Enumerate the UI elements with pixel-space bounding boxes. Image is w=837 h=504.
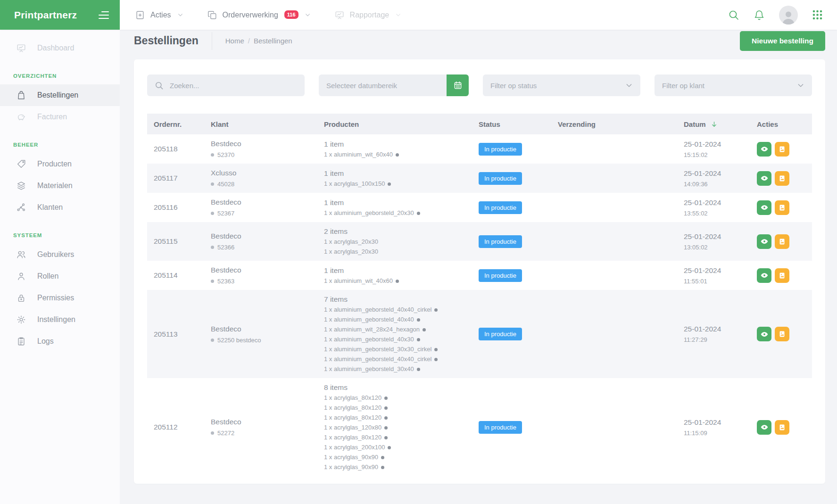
sidebar-item-label: Instellingen	[37, 315, 75, 324]
header-acties: Acties	[757, 120, 812, 128]
klant-name: Bestdeco	[211, 232, 324, 240]
nav-item-label: Rapportage	[350, 11, 389, 19]
download-pdf-button[interactable]	[775, 420, 789, 435]
product-line: 1 x acrylglas_90x90	[324, 454, 479, 461]
apps-grid-icon[interactable]	[812, 9, 823, 20]
header-producten: Producten	[324, 120, 479, 128]
producten-cell: 1 item1 x acrylglas_100x150	[324, 169, 479, 188]
sidebar-toggle-icon[interactable]	[98, 10, 109, 20]
klant-name: Xclusso	[211, 169, 324, 177]
product-line: 1 x aluminium_geborsteld_40x30	[324, 336, 479, 343]
product-line: 1 x acrylglas_120x80	[324, 424, 479, 431]
view-order-button[interactable]	[757, 200, 771, 215]
search-icon[interactable]	[728, 9, 739, 21]
klant-cell: Bestdeco52366	[211, 232, 324, 251]
sidebar-item-dashboard[interactable]: Dashboard	[0, 37, 120, 59]
order-time: 11:55:01	[684, 278, 757, 285]
product-line: 1 x aluminium_geborsteld_20x30	[324, 209, 479, 217]
view-order-button[interactable]	[757, 142, 771, 157]
product-line: 1 x aluminium_geborsteld_40x40	[324, 316, 479, 323]
status-filter-placeholder: Filter op status	[490, 82, 537, 90]
shopping-bag-icon	[16, 90, 27, 100]
search-input[interactable]: Zoeken...	[147, 74, 305, 96]
producten-cell: 7 items1 x aluminium_geborsteld_40x40_ci…	[324, 295, 479, 373]
sidebar-item-materialen[interactable]: Materialen	[0, 175, 120, 197]
klant-filter-select[interactable]: Filter op klant	[655, 74, 812, 96]
sidebar-item-permissies[interactable]: Permissies	[0, 287, 120, 309]
view-order-button[interactable]	[757, 171, 771, 186]
view-order-button[interactable]	[757, 234, 771, 249]
nav-item-label: Orderverwerking	[223, 11, 278, 19]
sidebar-item-klanten[interactable]: Klanten	[0, 197, 120, 218]
brand-logo[interactable]: Printpartnerz	[0, 0, 120, 30]
sidebar-item-rollen[interactable]: Rollen	[0, 265, 120, 287]
eye-icon	[760, 330, 769, 339]
product-status-dot	[434, 308, 438, 312]
breadcrumb-home[interactable]: Home	[225, 37, 244, 45]
sidebar-item-facturen[interactable]: Facturen	[0, 106, 120, 128]
order-date: 25-01-2024	[684, 198, 757, 207]
calendar-button[interactable]	[447, 74, 469, 96]
orders-card: Zoeken... Selecteer datumbereik Filter o…	[134, 59, 825, 484]
order-number: 205117	[147, 174, 211, 182]
sidebar-item-instellingen[interactable]: Instellingen	[0, 309, 120, 330]
download-pdf-button[interactable]	[775, 234, 789, 249]
sort-descending-icon[interactable]	[711, 121, 718, 128]
file-pdf-icon	[778, 145, 786, 153]
klant-cell: Bestdeco52250 bestdeco	[211, 325, 324, 344]
header-status: Status	[479, 120, 558, 128]
product-line: 1 x acrylglas_90x90	[324, 463, 479, 471]
download-pdf-button[interactable]	[775, 200, 789, 215]
items-count: 8 items	[324, 383, 479, 392]
download-pdf-button[interactable]	[775, 327, 789, 341]
download-pdf-button[interactable]	[775, 171, 789, 186]
sidebar-item-gebruikers[interactable]: Gebruikers	[0, 244, 120, 265]
sidebar-item-logs[interactable]: Logs	[0, 330, 120, 352]
main-content: Bestellingen Home / Bestellingen Nieuwe …	[134, 30, 825, 484]
brand-name: Printpartnerz	[14, 9, 77, 21]
nav-item-rapportage[interactable]: Rapportage	[334, 10, 402, 20]
sidebar-item-label: Producten	[37, 160, 72, 168]
nav-item-orderverwerking[interactable]: Orderverwerking116	[207, 10, 311, 20]
product-status-dot	[381, 466, 384, 469]
notifications-bell-icon[interactable]	[754, 9, 765, 21]
klant-cell: Bestdeco52363	[211, 266, 324, 285]
calendar-icon	[453, 81, 463, 90]
product-line: 1 x aluminium_geborsteld_30x30_cirkel	[324, 346, 479, 353]
view-order-button[interactable]	[757, 420, 771, 435]
download-pdf-button[interactable]	[775, 142, 789, 157]
header-datum[interactable]: Datum	[684, 120, 757, 128]
user-icon	[16, 271, 27, 281]
user-avatar[interactable]	[779, 6, 798, 25]
new-order-button[interactable]: Nieuwe bestelling	[740, 31, 825, 51]
download-pdf-button[interactable]	[775, 268, 789, 283]
product-status-dot	[388, 182, 391, 186]
eye-icon	[760, 145, 769, 153]
product-line: 1 x acrylglas_100x150	[324, 180, 479, 188]
nav-item-acties[interactable]: Acties	[135, 10, 183, 20]
datum-cell: 25-01-202413:55:02	[684, 198, 757, 217]
sidebar-item-bestellingen[interactable]: Bestellingen	[0, 84, 120, 106]
status-badge: In productie	[479, 172, 522, 185]
status-filter-select[interactable]: Filter op status	[483, 74, 640, 96]
view-order-button[interactable]	[757, 327, 771, 341]
klant-ref-dot	[211, 182, 214, 186]
sidebar-item-producten[interactable]: Producten	[0, 153, 120, 175]
product-line: 1 x aluminium_wit_28x24_hexagon	[324, 326, 479, 333]
table-row: 205118Bestdeco523701 item1 x aluminium_w…	[147, 134, 812, 164]
table-row: 205117Xclusso450281 item1 x acrylglas_10…	[147, 164, 812, 193]
datum-cell: 25-01-202414:09:36	[684, 169, 757, 188]
acties-cell	[757, 171, 812, 186]
product-status-dot	[417, 212, 420, 215]
items-count: 1 item	[324, 140, 479, 149]
klant-reference: 45028	[211, 181, 324, 188]
clipboard-icon	[16, 336, 27, 347]
product-status-dot	[417, 338, 420, 341]
product-status-dot	[417, 318, 420, 322]
klant-ref-dot	[211, 431, 214, 435]
date-range-input[interactable]: Selecteer datumbereik	[319, 74, 469, 96]
view-order-button[interactable]	[757, 268, 771, 283]
product-status-dot	[417, 368, 420, 371]
order-date: 25-01-2024	[684, 232, 757, 241]
status-cell: In productie	[479, 201, 558, 214]
